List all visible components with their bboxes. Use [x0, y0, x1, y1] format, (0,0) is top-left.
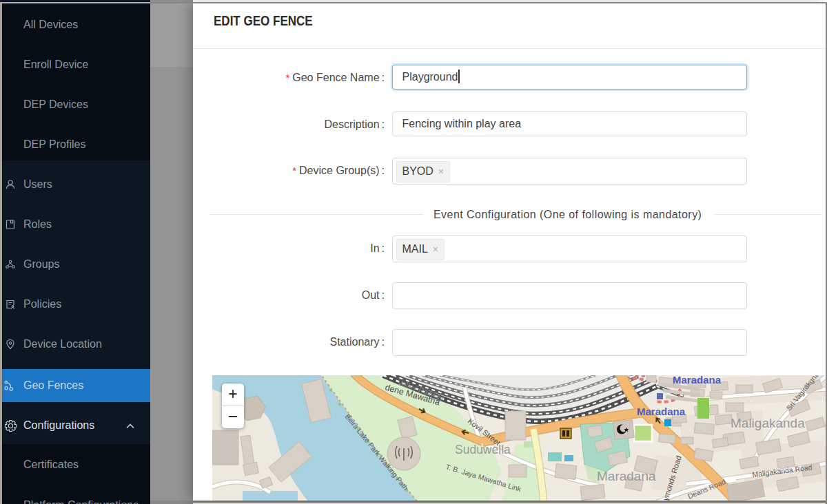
- svg-text:Maradana: Maradana: [673, 375, 722, 386]
- svg-text:Maradana: Maradana: [637, 406, 686, 417]
- svg-text:Suduwella: Suduwella: [455, 443, 511, 456]
- svg-text:Maradana: Maradana: [597, 469, 656, 483]
- svg-text:Maligakanda: Maligakanda: [731, 416, 805, 430]
